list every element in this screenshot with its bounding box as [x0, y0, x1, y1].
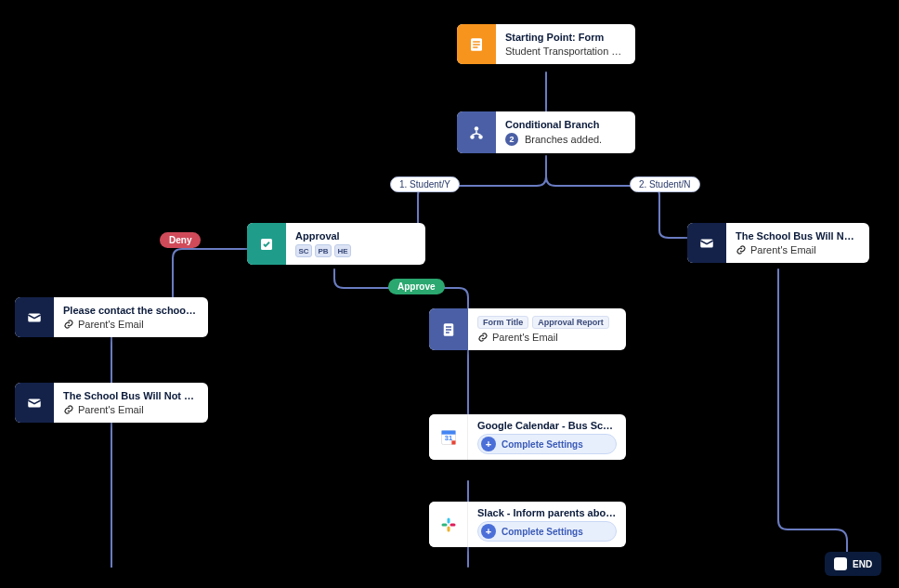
- svg-rect-3: [473, 46, 477, 48]
- end-label: END: [853, 559, 872, 569]
- form-icon: [457, 24, 496, 64]
- deny2-link: Parent's Email: [78, 404, 144, 415]
- svg-point-4: [475, 126, 479, 131]
- deny2-title: The School Bus Will Not Be U...: [63, 390, 197, 401]
- stop-icon: [834, 557, 847, 570]
- mail-icon: [15, 297, 54, 337]
- branch-icon: [457, 111, 496, 153]
- slack-node[interactable]: Slack - Inform parents about ... + Compl…: [429, 502, 626, 547]
- svg-rect-22: [450, 523, 455, 526]
- svg-point-6: [478, 135, 483, 139]
- google-calendar-icon: 31: [429, 414, 468, 460]
- branch-label-2: 2. Student/N: [630, 176, 700, 192]
- branch-count-badge: 2: [505, 133, 518, 146]
- start-title: Starting Point: Form: [505, 32, 624, 43]
- svg-rect-21: [447, 526, 450, 531]
- conditional-branch-node[interactable]: Conditional Branch 2 Branches added.: [457, 111, 635, 153]
- svg-rect-19: [447, 517, 450, 523]
- link-icon: [736, 244, 747, 255]
- no-bus-title: The School Bus Will Not Be U...: [736, 230, 858, 242]
- cond-title: Conditional Branch: [505, 119, 602, 130]
- svg-point-5: [470, 135, 475, 139]
- start-node[interactable]: Starting Point: Form Student Transportat…: [457, 24, 635, 64]
- form-title-chip: Form Title: [477, 316, 528, 329]
- avatar: SC: [295, 244, 312, 257]
- slack-icon: [429, 502, 468, 547]
- approve-pill: Approve: [388, 279, 445, 294]
- svg-rect-12: [446, 326, 451, 328]
- svg-rect-20: [441, 523, 447, 526]
- approval-icon: [247, 223, 286, 265]
- complete-settings-button[interactable]: + Complete Settings: [477, 521, 617, 542]
- avatar: HE: [334, 244, 351, 257]
- link-icon: [477, 332, 489, 343]
- connector-lines: [0, 0, 899, 588]
- svg-rect-14: [446, 332, 450, 333]
- branch-label-1: 1. Student/Y: [390, 176, 460, 192]
- mail-icon: [15, 383, 54, 423]
- approval-title: Approval: [295, 230, 351, 242]
- google-calendar-node[interactable]: 31 Google Calendar - Bus Sche... + Compl…: [429, 414, 626, 460]
- approval-report-chip: Approval Report: [532, 316, 609, 329]
- deny1-link: Parent's Email: [78, 319, 144, 330]
- no-bus-link: Parent's Email: [750, 244, 816, 255]
- deny1-title: Please contact the school ma...: [63, 305, 197, 316]
- mail-icon: [687, 223, 726, 263]
- deny-email-2-node[interactable]: The School Bus Will Not Be U... Parent's…: [15, 383, 208, 423]
- deny-email-1-node[interactable]: Please contact the school ma... Parent's…: [15, 297, 208, 337]
- report-icon: [429, 308, 468, 350]
- no-bus-email-node[interactable]: The School Bus Will Not Be U... Parent's…: [687, 223, 869, 263]
- link-icon: [63, 319, 74, 330]
- svg-text:31: 31: [444, 434, 451, 442]
- link-icon: [63, 404, 74, 415]
- approval-report-node[interactable]: Form Title Approval Report Parent's Emai…: [429, 308, 626, 350]
- branch-count-text: Branches added.: [525, 134, 602, 145]
- report-link: Parent's Email: [492, 332, 558, 343]
- svg-rect-1: [473, 41, 480, 43]
- slack-title: Slack - Inform parents about ...: [477, 507, 617, 518]
- end-node[interactable]: END: [825, 552, 881, 576]
- avatar: PB: [315, 244, 332, 257]
- start-subtitle: Student Transportation Form: [505, 46, 624, 57]
- plus-icon: +: [481, 524, 496, 539]
- plus-icon: +: [481, 437, 496, 451]
- svg-rect-2: [473, 44, 480, 46]
- deny-pill: Deny: [160, 232, 201, 248]
- gcal-title: Google Calendar - Bus Sche...: [477, 420, 617, 431]
- approver-avatars: SC PB HE: [295, 244, 351, 257]
- svg-rect-13: [446, 329, 451, 331]
- approval-node[interactable]: Approval SC PB HE: [247, 223, 425, 265]
- complete-settings-button[interactable]: + Complete Settings: [477, 434, 617, 454]
